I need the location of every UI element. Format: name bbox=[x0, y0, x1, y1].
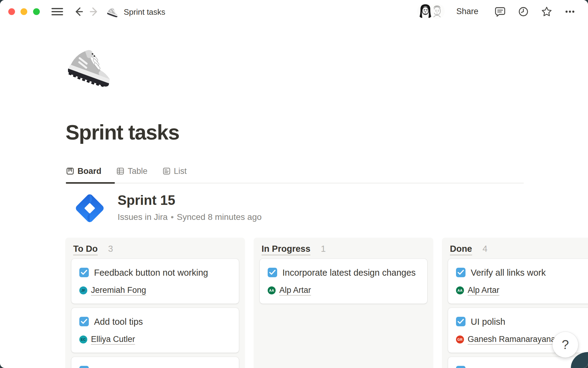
sync-source: Issues in Jira bbox=[118, 212, 168, 222]
updates-clock-icon[interactable] bbox=[518, 6, 529, 17]
card-title-text: Verify all links work bbox=[471, 268, 546, 278]
board-column-in-progress: In Progress1Incorporate latest design ch… bbox=[254, 238, 433, 368]
column-header: To Do3 bbox=[71, 244, 239, 254]
column-header: In Progress1 bbox=[260, 244, 427, 254]
collaborator-avatars[interactable] bbox=[417, 2, 446, 20]
assignee-row: ECElliya Cutler bbox=[79, 335, 231, 344]
column-count: 4 bbox=[483, 244, 488, 254]
page-emoji[interactable] bbox=[68, 40, 117, 89]
favorite-star-icon[interactable] bbox=[541, 6, 552, 17]
assignee-avatar: AA bbox=[268, 286, 276, 294]
task-card-partial[interactable] bbox=[71, 357, 239, 368]
close-window-button[interactable] bbox=[8, 8, 15, 15]
column-count: 3 bbox=[108, 244, 113, 254]
task-card[interactable]: Feedback button not workingJFJeremiah Fo… bbox=[71, 259, 239, 304]
tab-board-label: Board bbox=[77, 167, 101, 176]
checked-checkbox-icon[interactable] bbox=[79, 366, 89, 368]
assignee-name[interactable]: Alp Artar bbox=[279, 286, 311, 295]
column-name[interactable]: To Do bbox=[73, 244, 98, 254]
assignee-row: AAAlp Artar bbox=[456, 286, 588, 295]
checked-checkbox-icon[interactable] bbox=[456, 268, 466, 277]
tab-list-label: List bbox=[174, 167, 187, 176]
page-emoji-small bbox=[107, 6, 119, 18]
view-tabs: Board Table List bbox=[66, 164, 187, 178]
assignee-row: JFJeremiah Fong bbox=[79, 286, 231, 295]
active-tab-indicator bbox=[66, 182, 115, 184]
column-name[interactable]: Done bbox=[450, 244, 472, 254]
task-card[interactable]: Add tool tipsECElliya Cutler bbox=[71, 308, 239, 353]
sync-time: Synced 8 minutes ago bbox=[177, 212, 262, 222]
assignee-name[interactable]: Ganesh Ramanarayanan bbox=[468, 335, 560, 344]
share-button[interactable]: Share bbox=[456, 7, 478, 16]
assignee-name[interactable]: Jeremiah Fong bbox=[91, 286, 146, 295]
notion-window: Sprint tasks bbox=[0, 0, 588, 368]
column-header: Done4 bbox=[448, 244, 588, 254]
checked-checkbox-icon[interactable] bbox=[456, 317, 466, 326]
sidebar-toggle-icon[interactable] bbox=[51, 8, 63, 16]
assignee-avatar: JF bbox=[79, 286, 87, 294]
kanban-board: To Do3Feedback button not workingJFJerem… bbox=[65, 238, 588, 368]
help-button[interactable]: ? bbox=[552, 332, 578, 358]
assignee-avatar: AA bbox=[456, 286, 464, 294]
assignee-name[interactable]: Alp Artar bbox=[468, 286, 499, 295]
assignee-name[interactable]: Elliya Cutler bbox=[91, 335, 135, 344]
page-title[interactable]: Sprint tasks bbox=[66, 120, 179, 144]
checked-checkbox-icon[interactable] bbox=[79, 317, 89, 326]
card-title-text: Incorporate latest design changes bbox=[282, 268, 416, 278]
jira-sync-block[interactable]: Sprint 15 Issues in Jira•Synced 8 minute… bbox=[73, 191, 262, 225]
card-title: Verify all links work bbox=[456, 267, 588, 279]
tab-list[interactable]: List bbox=[162, 167, 187, 176]
jira-logo-icon bbox=[73, 191, 107, 225]
more-options-icon[interactable] bbox=[564, 6, 576, 17]
breadcrumb-page-title[interactable]: Sprint tasks bbox=[124, 7, 165, 17]
card-title-text: Feedback button not working bbox=[94, 268, 208, 278]
task-card-partial[interactable] bbox=[448, 357, 588, 368]
forward-icon[interactable] bbox=[89, 6, 100, 17]
card-title-text: UI polish bbox=[471, 317, 505, 327]
task-card[interactable]: Incorporate latest design changesAAAlp A… bbox=[260, 259, 427, 304]
tabs-divider bbox=[66, 183, 524, 183]
card-title: Feedback button not working bbox=[79, 267, 231, 279]
sprint-title[interactable]: Sprint 15 bbox=[118, 193, 262, 208]
board-view-icon bbox=[66, 167, 74, 175]
tab-table-label: Table bbox=[128, 167, 148, 176]
card-title-text: Add tool tips bbox=[94, 317, 143, 327]
avatar-collaborator-1[interactable] bbox=[417, 3, 434, 20]
minimize-window-button[interactable] bbox=[21, 8, 27, 15]
sync-status: Issues in Jira•Synced 8 minutes ago bbox=[118, 212, 262, 222]
back-icon[interactable] bbox=[73, 6, 84, 17]
tab-board[interactable]: Board bbox=[66, 167, 101, 176]
card-title: UI polish bbox=[456, 316, 588, 328]
assignee-avatar: GR bbox=[456, 335, 464, 343]
top-bar: Sprint tasks bbox=[0, 0, 588, 23]
card-title: Add tool tips bbox=[79, 316, 231, 328]
comments-icon[interactable] bbox=[494, 6, 506, 17]
separator-dot: • bbox=[171, 212, 174, 222]
list-view-icon bbox=[162, 167, 171, 175]
table-view-icon bbox=[116, 167, 125, 175]
checked-checkbox-icon[interactable] bbox=[79, 268, 89, 277]
task-card[interactable]: Verify all links workAAAlp Artar bbox=[448, 259, 588, 304]
tab-table[interactable]: Table bbox=[116, 167, 148, 176]
card-title: Incorporate latest design changes bbox=[268, 267, 419, 279]
checked-checkbox-icon[interactable] bbox=[268, 268, 277, 277]
assignee-avatar: EC bbox=[79, 335, 87, 343]
column-count: 1 bbox=[321, 244, 326, 254]
board-column-to-do: To Do3Feedback button not workingJFJerem… bbox=[65, 238, 245, 368]
assignee-row: AAAlp Artar bbox=[268, 286, 419, 295]
zoom-window-button[interactable] bbox=[33, 8, 40, 15]
column-name[interactable]: In Progress bbox=[262, 244, 311, 254]
checked-checkbox-icon[interactable] bbox=[456, 366, 466, 368]
